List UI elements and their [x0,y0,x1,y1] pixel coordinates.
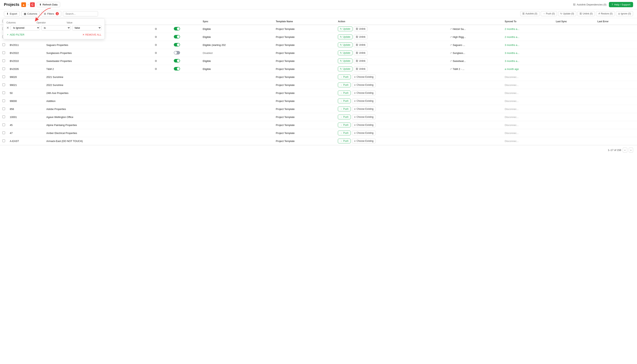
ignore-action-button[interactable]: ◎ Ignore (0) [616,11,633,16]
ignore-action-icon: ◎ [618,12,620,15]
template-name: Project Template [274,33,336,41]
unlink-button[interactable]: ⛓ Unlink [354,50,368,55]
update-icon: ↻ [340,60,342,62]
row-checkbox[interactable] [2,84,5,86]
filter-badge: 1 [56,12,59,15]
external-link-icon[interactable]: ↗ [450,52,452,54]
unlink-action-button[interactable]: ⛓ Unlink (0) [578,11,595,16]
columns-button[interactable]: ▦ Columns [21,11,40,16]
sync-toggle-on[interactable] [174,35,180,38]
choose-existing-button[interactable]: ∨ Choose Existing [352,74,376,79]
unlink-button[interactable]: ⛓ Unlink [354,58,368,63]
gear-icon[interactable]: ⚙ [155,51,157,54]
external-link-icon[interactable]: ↗ [450,60,452,62]
help-support-button[interactable]: ? Help / Support [609,2,633,7]
filter-operator-select[interactable]: is [42,25,71,30]
search-input[interactable] [63,11,98,16]
push-button[interactable]: → Push [338,82,350,87]
update-button[interactable]: ↻ Update [338,58,352,63]
choose-existing-button[interactable]: ∨ Choose Existing [352,123,376,127]
row-checkbox[interactable] [2,92,5,94]
row-checkbox[interactable] [2,140,5,142]
export-button[interactable]: ⬇ Export [4,11,20,16]
choose-existing-button[interactable]: ∨ Choose Existing [352,106,376,111]
update-button[interactable]: ↻ Update [338,50,352,55]
autolink-dependencies-btn[interactable]: ⛓ Autolink Dependencies (0) [573,3,606,6]
unlink-button[interactable]: ⛓ Unlink [354,34,368,39]
action-buttons-group: ↻ Update ⛓ Unlink [338,66,445,71]
template-name: Project Template [274,105,336,113]
remove-all-button[interactable]: ✕ REMOVE ALL [82,33,101,36]
filter-value-header: Value [66,21,95,24]
filters-button[interactable]: ⊟ Filters 1 [42,11,61,16]
row-id: 45 [8,121,44,129]
choose-existing-button[interactable]: ∨ Choose Existing [352,90,376,95]
push-button[interactable]: → Push [338,115,350,119]
row-checkbox[interactable] [2,76,5,78]
unlink-button[interactable]: ⛓ Unlink [354,66,368,71]
gear-icon[interactable]: ⚙ [155,35,157,38]
last-sync-value: Disconnec... [505,140,519,142]
row-checkbox[interactable] [2,51,5,54]
push-action-button[interactable]: → Push (0) [541,11,557,16]
external-link-icon[interactable]: ↗ [450,36,452,38]
external-link-icon[interactable]: ↗ [450,68,452,70]
update-button[interactable]: ↻ Update [338,66,352,71]
row-checkbox[interactable] [2,100,5,102]
chevron-down-icon: ∨ [354,140,356,142]
refresh-data-button[interactable]: ⬆ Refresh Data [37,2,60,7]
choose-existing-button[interactable]: ∨ Choose Existing [352,82,376,87]
sync-toggle-on[interactable] [174,43,180,46]
restore-action-icon: ↺ [598,12,600,15]
choose-existing-button[interactable]: ∨ Choose Existing [352,139,376,143]
filter-column-select[interactable]: Is Ignored [10,25,40,30]
row-checkbox[interactable] [2,124,5,126]
push-button[interactable]: → Push [338,131,350,135]
push-button[interactable]: → Push [338,139,350,143]
push-button[interactable]: → Push [338,74,350,79]
last-error-cell [554,129,595,137]
row-id: BV2011 [8,41,44,49]
next-page-button[interactable]: › [629,148,633,152]
add-filter-button[interactable]: ＋ ADD FILTER [6,33,24,36]
unlink-label: Unlink [359,28,365,30]
filter-close-button[interactable]: ✕ [6,26,9,30]
push-button[interactable]: → Push [338,90,350,95]
push-button[interactable]: → Push [338,106,350,111]
table-row: 990212022 SunshineProject Template → Pus… [0,81,637,89]
gear-icon[interactable]: ⚙ [155,67,157,70]
external-link-icon[interactable]: ↗ [450,44,452,46]
prev-page-button[interactable]: ‹ [623,148,627,152]
row-checkbox[interactable] [2,108,5,110]
chevron-down-icon: ∨ [354,132,356,134]
choose-existing-button[interactable]: ∨ Choose Existing [352,131,376,135]
update-button[interactable]: ↻ Update [338,42,352,47]
sync-toggle-on[interactable] [174,27,180,30]
update-button[interactable]: ↻ Update [338,34,352,39]
choose-existing-button[interactable]: ∨ Choose Existing [352,98,376,103]
row-checkbox[interactable] [2,67,5,70]
update-action-button[interactable]: ↻ Update (0) [558,11,576,16]
unlink-button[interactable]: ⛓ Unlink [354,42,368,47]
row-checkbox[interactable] [2,43,5,46]
row-id: BV2035 [8,65,44,73]
filter-value-select[interactable]: false [72,25,101,30]
gear-icon[interactable]: ⚙ [155,27,157,30]
row-checkbox[interactable] [2,59,5,62]
gear-icon[interactable]: ⚙ [155,59,157,62]
choose-existing-button[interactable]: ∨ Choose Existing [352,115,376,119]
row-checkbox[interactable] [2,132,5,134]
autolink-action-button[interactable]: ⛓ Autolink (0) [520,11,540,16]
update-button[interactable]: ↻ Update [338,26,352,31]
push-button[interactable]: → Push [338,98,350,103]
restore-action-button[interactable]: ↺ Restore (0) [596,11,615,16]
sync-toggle-on[interactable] [174,59,180,62]
unlink-button[interactable]: ⛓ Unlink [354,26,368,31]
sync-toggle-on[interactable] [174,67,180,70]
row-name: Amber Electrical Properties [44,129,152,137]
push-button[interactable]: → Push [338,123,350,127]
gear-icon[interactable]: ⚙ [155,43,157,46]
row-checkbox[interactable] [2,116,5,118]
sync-toggle-off[interactable] [174,51,180,54]
external-link-icon[interactable]: ↗ [450,28,452,30]
